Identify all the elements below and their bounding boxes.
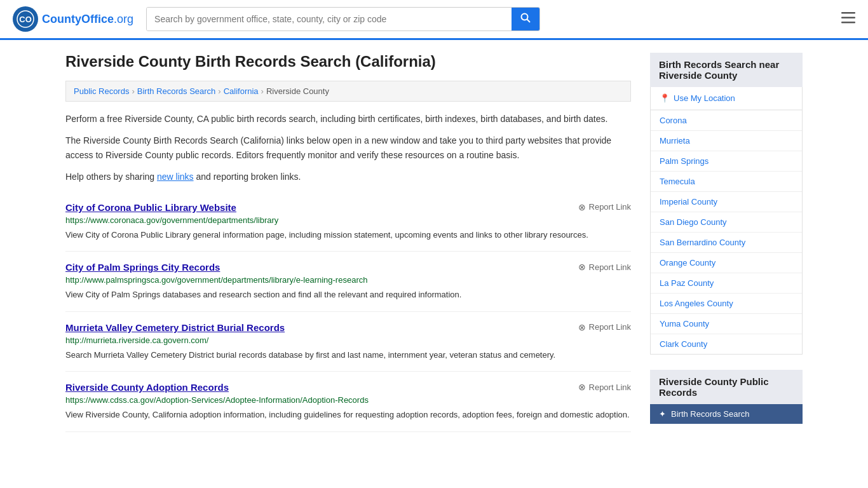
use-location-item[interactable]: 📍 Use My Location [651,87,802,111]
main-content: Riverside County Birth Records Search (C… [65,53,631,439]
description-3: Help others by sharing new links and rep… [65,170,631,184]
result-url-3: https://www.cdss.ca.gov/Adoption-Service… [65,395,631,405]
logo-link[interactable]: CO CountyOffice.org [13,6,133,32]
nearby-link-item: Temecula [651,172,802,192]
nearby-link-item: San Diego County [651,212,802,233]
result-header-1: City of Palm Springs City Records ⊗ Repo… [65,262,631,275]
search-button[interactable] [512,8,539,30]
breadcrumb-sep-1: › [132,86,134,96]
report-label-1: Report Link [589,262,631,272]
sidebar: Birth Records Search near Riverside Coun… [650,53,803,439]
nearby-link-item: San Bernardino County [651,233,802,253]
svg-rect-4 [841,12,855,14]
nearby-link-2[interactable]: Palm Springs [651,151,802,171]
location-pin-icon: 📍 [660,93,670,103]
nearby-link-4[interactable]: Imperial County [651,192,802,212]
result-header-2: Murrieta Valley Cemetery District Burial… [65,322,631,336]
description-2: The Riverside County Birth Records Searc… [65,133,631,162]
nearby-link-item: Palm Springs [651,151,802,172]
breadcrumb-riverside: Riverside County [266,86,329,96]
menu-button[interactable] [841,11,855,27]
breadcrumb-public-records[interactable]: Public Records [74,86,129,96]
use-location-label: Use My Location [674,93,735,103]
nearby-list: 📍 Use My Location CoronaMurrietaPalm Spr… [650,87,803,355]
breadcrumb-sep-3: › [261,86,264,96]
result-item: Riverside County Adoption Records ⊗ Repo… [65,372,631,432]
svg-line-3 [527,20,531,23]
nearby-link-8[interactable]: La Paz County [651,273,802,293]
result-desc-1: View City of Palm Springs databases and … [65,288,631,301]
nearby-link-5[interactable]: San Diego County [651,212,802,232]
search-input[interactable] [147,8,512,30]
report-label-0: Report Link [589,202,631,212]
report-link-0[interactable]: ⊗ Report Link [578,202,631,212]
birth-records-search-item[interactable]: ✦ Birth Records Search [650,404,803,424]
result-title-2[interactable]: Murrieta Valley Cemetery District Burial… [65,322,285,333]
result-url-1: http://www.palmspringsca.gov/government/… [65,275,631,285]
report-label-2: Report Link [589,322,631,332]
nearby-link-10[interactable]: Yuma County [651,314,802,334]
nearby-link-9[interactable]: Los Angeles County [651,294,802,313]
report-link-1[interactable]: ⊗ Report Link [578,262,631,272]
svg-point-2 [522,14,528,20]
result-title-3[interactable]: Riverside County Adoption Records [65,382,229,393]
report-icon-3: ⊗ [578,382,586,392]
result-title-1[interactable]: City of Palm Springs City Records [65,262,220,273]
nearby-link-11[interactable]: Clark County [651,334,802,354]
result-header-0: City of Corona Public Library Website ⊗ … [65,202,631,215]
public-records-section: Riverside County Public Records ✦ Birth … [650,370,803,424]
result-url-0: https://www.coronaca.gov/government/depa… [65,215,631,225]
svg-text:CO: CO [19,15,32,24]
page-title: Riverside County Birth Records Search (C… [65,53,631,71]
nearby-section: Birth Records Search near Riverside Coun… [650,53,803,355]
report-icon-1: ⊗ [578,262,586,272]
nearby-link-6[interactable]: San Bernardino County [651,233,802,252]
breadcrumb-california[interactable]: California [224,86,259,96]
nearby-link-item: Clark County [651,334,802,354]
nearby-title: Birth Records Search near Riverside Coun… [650,53,803,87]
report-label-3: Report Link [589,383,631,392]
nearby-link-1[interactable]: Murrieta [651,131,802,151]
report-link-2[interactable]: ⊗ Report Link [578,322,631,332]
description-1: Perform a free Riverside County, CA publ… [65,112,631,126]
logo-text: CountyOffice.org [42,13,133,26]
nearby-link-item: Orange County [651,253,802,273]
nearby-link-item: Yuma County [651,314,802,334]
result-item: City of Corona Public Library Website ⊗ … [65,192,631,252]
logo-icon: CO [13,6,38,32]
nearby-link-item: Los Angeles County [651,294,802,314]
nearby-link-item: La Paz County [651,273,802,294]
breadcrumb: Public Records › Birth Records Search › … [65,81,631,102]
report-link-3[interactable]: ⊗ Report Link [578,382,631,392]
result-desc-2: Search Murrieta Valley Cemetery District… [65,349,631,362]
nearby-link-item: Imperial County [651,192,802,212]
nearby-link-item: Corona [651,111,802,131]
use-location-btn[interactable]: 📍 Use My Location [651,87,802,110]
report-icon-0: ⊗ [578,202,586,212]
results-list: City of Corona Public Library Website ⊗ … [65,192,631,432]
result-title-0[interactable]: City of Corona Public Library Website [65,202,236,213]
header: CO CountyOffice.org [0,0,868,40]
report-icon-2: ⊗ [578,322,586,332]
result-url-2: http://murrieta.riverside.ca.govern.com/ [65,336,631,345]
breadcrumb-birth-records[interactable]: Birth Records Search [137,86,216,96]
result-item: City of Palm Springs City Records ⊗ Repo… [65,252,631,312]
nearby-link-0[interactable]: Corona [651,111,802,130]
result-desc-0: View City of Corona Public Library gener… [65,229,631,241]
birth-records-label: Birth Records Search [671,409,750,419]
result-desc-3: View Riverside County, California adopti… [65,409,631,421]
public-records-title: Riverside County Public Records [650,370,803,404]
nearby-link-7[interactable]: Orange County [651,253,802,273]
main-container: Riverside County Birth Records Search (C… [53,40,815,452]
new-links-link[interactable]: new links [157,172,194,182]
svg-rect-6 [841,22,855,24]
nearby-link-3[interactable]: Temecula [651,172,802,191]
search-bar [146,7,540,31]
result-item: Murrieta Valley Cemetery District Burial… [65,312,631,372]
breadcrumb-sep-2: › [218,86,220,96]
nearby-link-item: Murrieta [651,131,802,151]
svg-rect-5 [841,17,855,19]
result-header-3: Riverside County Adoption Records ⊗ Repo… [65,382,631,395]
birth-records-icon: ✦ [659,409,666,419]
